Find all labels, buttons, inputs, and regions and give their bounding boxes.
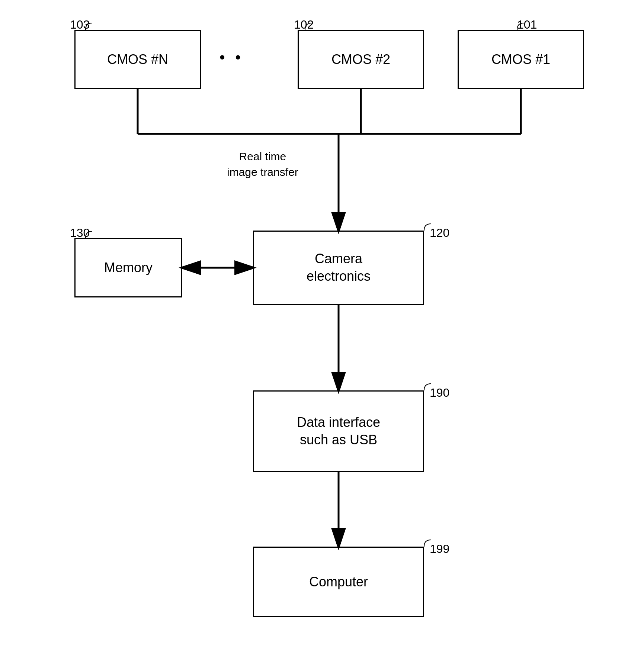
computer-label: Computer (309, 573, 368, 591)
ref-190: 190 (430, 386, 449, 400)
diagram-container: 103 102 101 130 120 190 199 CMOS #N CMOS… (0, 0, 644, 660)
camera-electronics-box: Camera electronics (253, 231, 424, 305)
cmos-2-label: CMOS #2 (331, 51, 390, 68)
memory-box: Memory (74, 238, 182, 297)
computer-box: Computer (253, 547, 424, 617)
cmos-n-box: CMOS #N (74, 30, 201, 89)
ref-199: 199 (430, 542, 449, 556)
cmos-1-box: CMOS #1 (458, 30, 584, 89)
cmos-n-label: CMOS #N (107, 51, 168, 68)
memory-label: Memory (104, 259, 153, 277)
camera-electronics-label: Camera electronics (307, 250, 371, 285)
cmos-2-box: CMOS #2 (298, 30, 424, 89)
cmos-1-label: CMOS #1 (491, 51, 550, 68)
dots-label: • • (220, 48, 244, 66)
data-interface-box: Data interface such as USB (253, 390, 424, 472)
data-interface-label: Data interface such as USB (297, 414, 380, 449)
ref-120: 120 (430, 226, 449, 240)
transfer-label: Real time image transfer (227, 149, 298, 180)
